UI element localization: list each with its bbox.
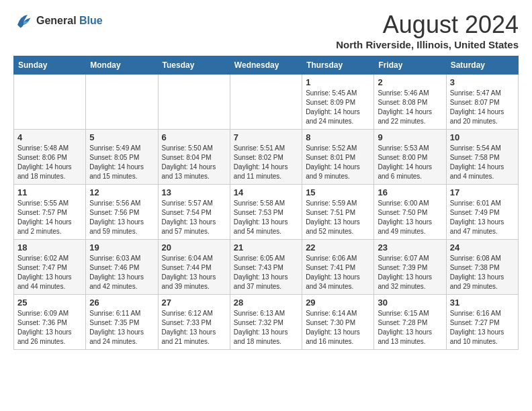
- header-sunday: Sunday: [14, 56, 86, 75]
- day-number: 14: [234, 187, 298, 197]
- calendar-week-3: 11Sunrise: 5:55 AM Sunset: 7:57 PM Dayli…: [14, 185, 519, 240]
- day-number: 12: [89, 187, 154, 197]
- calendar-cell: [86, 75, 158, 130]
- day-number: 9: [378, 132, 442, 142]
- day-info: Sunrise: 6:03 AM Sunset: 7:46 PM Dayligh…: [89, 254, 154, 291]
- day-info: Sunrise: 6:06 AM Sunset: 7:41 PM Dayligh…: [306, 254, 370, 291]
- day-info: Sunrise: 5:45 AM Sunset: 8:09 PM Dayligh…: [306, 89, 370, 126]
- calendar-cell: 22Sunrise: 6:06 AM Sunset: 7:41 PM Dayli…: [302, 240, 374, 295]
- calendar-cell: 18Sunrise: 6:02 AM Sunset: 7:47 PM Dayli…: [14, 240, 86, 295]
- calendar-cell: 3Sunrise: 5:47 AM Sunset: 8:07 PM Daylig…: [446, 75, 518, 130]
- calendar-cell: [158, 75, 230, 130]
- day-info: Sunrise: 6:09 AM Sunset: 7:36 PM Dayligh…: [17, 309, 82, 347]
- calendar-cell: 10Sunrise: 5:54 AM Sunset: 7:58 PM Dayli…: [446, 130, 518, 185]
- calendar-cell: 15Sunrise: 5:59 AM Sunset: 7:51 PM Dayli…: [302, 185, 374, 240]
- day-info: Sunrise: 5:50 AM Sunset: 8:04 PM Dayligh…: [162, 144, 226, 181]
- day-info: Sunrise: 6:14 AM Sunset: 7:30 PM Dayligh…: [306, 309, 370, 347]
- day-info: Sunrise: 6:15 AM Sunset: 7:28 PM Dayligh…: [378, 309, 442, 347]
- day-info: Sunrise: 6:00 AM Sunset: 7:50 PM Dayligh…: [378, 199, 442, 236]
- calendar-cell: 19Sunrise: 6:03 AM Sunset: 7:46 PM Dayli…: [86, 240, 158, 295]
- day-info: Sunrise: 6:13 AM Sunset: 7:32 PM Dayligh…: [234, 309, 298, 347]
- day-number: 19: [89, 242, 154, 253]
- calendar-cell: 7Sunrise: 5:51 AM Sunset: 8:02 PM Daylig…: [230, 130, 302, 185]
- day-info: Sunrise: 5:54 AM Sunset: 7:58 PM Dayligh…: [450, 144, 515, 181]
- day-info: Sunrise: 6:08 AM Sunset: 7:38 PM Dayligh…: [450, 254, 515, 291]
- day-number: 3: [450, 77, 515, 87]
- calendar-cell: 11Sunrise: 5:55 AM Sunset: 7:57 PM Dayli…: [14, 185, 86, 240]
- day-number: 24: [450, 242, 515, 253]
- day-info: Sunrise: 6:01 AM Sunset: 7:49 PM Dayligh…: [450, 199, 515, 236]
- calendar-cell: [14, 75, 86, 130]
- header-monday: Monday: [86, 56, 158, 75]
- day-number: 18: [17, 242, 82, 253]
- day-number: 1: [306, 77, 370, 87]
- day-number: 5: [89, 132, 154, 142]
- day-info: Sunrise: 5:49 AM Sunset: 8:05 PM Dayligh…: [89, 144, 154, 181]
- calendar-cell: 4Sunrise: 5:48 AM Sunset: 8:06 PM Daylig…: [14, 130, 86, 185]
- day-info: Sunrise: 6:02 AM Sunset: 7:47 PM Dayligh…: [17, 254, 82, 291]
- calendar-cell: 23Sunrise: 6:07 AM Sunset: 7:39 PM Dayli…: [374, 240, 446, 295]
- calendar-cell: 20Sunrise: 6:04 AM Sunset: 7:44 PM Dayli…: [158, 240, 230, 295]
- day-number: 23: [378, 242, 442, 253]
- day-number: 8: [306, 132, 370, 142]
- day-number: 29: [306, 298, 370, 308]
- calendar-cell: 30Sunrise: 6:15 AM Sunset: 7:28 PM Dayli…: [374, 295, 446, 350]
- calendar-week-2: 4Sunrise: 5:48 AM Sunset: 8:06 PM Daylig…: [14, 130, 519, 185]
- day-number: 28: [234, 298, 298, 308]
- calendar-week-1: 1Sunrise: 5:45 AM Sunset: 8:09 PM Daylig…: [14, 75, 519, 130]
- day-number: 30: [378, 298, 442, 308]
- day-info: Sunrise: 5:47 AM Sunset: 8:07 PM Dayligh…: [450, 89, 515, 126]
- day-info: Sunrise: 6:07 AM Sunset: 7:39 PM Dayligh…: [378, 254, 442, 291]
- calendar-cell: 16Sunrise: 6:00 AM Sunset: 7:50 PM Dayli…: [374, 185, 446, 240]
- header-thursday: Thursday: [302, 56, 374, 75]
- day-number: 4: [17, 132, 82, 142]
- day-number: 13: [162, 187, 226, 197]
- calendar-cell: 24Sunrise: 6:08 AM Sunset: 7:38 PM Dayli…: [446, 240, 518, 295]
- header-tuesday: Tuesday: [158, 56, 230, 75]
- day-info: Sunrise: 6:12 AM Sunset: 7:33 PM Dayligh…: [162, 309, 226, 347]
- calendar-cell: 6Sunrise: 5:50 AM Sunset: 8:04 PM Daylig…: [158, 130, 230, 185]
- calendar-cell: 27Sunrise: 6:12 AM Sunset: 7:33 PM Dayli…: [158, 295, 230, 350]
- month-title: August 2024: [336, 11, 519, 39]
- day-info: Sunrise: 5:53 AM Sunset: 8:00 PM Dayligh…: [378, 144, 442, 181]
- calendar-header-row: SundayMondayTuesdayWednesdayThursdayFrid…: [14, 56, 519, 75]
- day-info: Sunrise: 6:05 AM Sunset: 7:43 PM Dayligh…: [234, 254, 298, 291]
- calendar-cell: 28Sunrise: 6:13 AM Sunset: 7:32 PM Dayli…: [230, 295, 302, 350]
- day-info: Sunrise: 5:57 AM Sunset: 7:54 PM Dayligh…: [162, 199, 226, 236]
- day-number: 7: [234, 132, 298, 142]
- day-number: 25: [17, 298, 82, 308]
- title-section: August 2024 North Riverside, Illinois, U…: [336, 11, 519, 50]
- calendar-cell: 1Sunrise: 5:45 AM Sunset: 8:09 PM Daylig…: [302, 75, 374, 130]
- calendar-cell: 8Sunrise: 5:52 AM Sunset: 8:01 PM Daylig…: [302, 130, 374, 185]
- day-info: Sunrise: 6:04 AM Sunset: 7:44 PM Dayligh…: [162, 254, 226, 291]
- day-number: 6: [162, 132, 226, 142]
- day-info: Sunrise: 5:59 AM Sunset: 7:51 PM Dayligh…: [306, 199, 370, 236]
- day-number: 21: [234, 242, 298, 253]
- calendar-week-5: 25Sunrise: 6:09 AM Sunset: 7:36 PM Dayli…: [14, 295, 519, 350]
- calendar-cell: 2Sunrise: 5:46 AM Sunset: 8:08 PM Daylig…: [374, 75, 446, 130]
- day-number: 16: [378, 187, 442, 197]
- day-number: 17: [450, 187, 515, 197]
- header-saturday: Saturday: [446, 56, 518, 75]
- calendar-cell: 13Sunrise: 5:57 AM Sunset: 7:54 PM Dayli…: [158, 185, 230, 240]
- calendar-cell: 5Sunrise: 5:49 AM Sunset: 8:05 PM Daylig…: [86, 130, 158, 185]
- day-number: 27: [162, 298, 226, 308]
- day-number: 15: [306, 187, 370, 197]
- logo-icon: [13, 11, 34, 31]
- header-wednesday: Wednesday: [230, 56, 302, 75]
- calendar-cell: 12Sunrise: 5:56 AM Sunset: 7:56 PM Dayli…: [86, 185, 158, 240]
- day-info: Sunrise: 5:55 AM Sunset: 7:57 PM Dayligh…: [17, 199, 82, 236]
- day-number: 2: [378, 77, 442, 87]
- page-header: General Blue August 2024 North Riverside…: [13, 11, 519, 50]
- day-number: 10: [450, 132, 515, 142]
- calendar-cell: 25Sunrise: 6:09 AM Sunset: 7:36 PM Dayli…: [14, 295, 86, 350]
- calendar-cell: 17Sunrise: 6:01 AM Sunset: 7:49 PM Dayli…: [446, 185, 518, 240]
- calendar-cell: 29Sunrise: 6:14 AM Sunset: 7:30 PM Dayli…: [302, 295, 374, 350]
- calendar-cell: 14Sunrise: 5:58 AM Sunset: 7:53 PM Dayli…: [230, 185, 302, 240]
- calendar-cell: 21Sunrise: 6:05 AM Sunset: 7:43 PM Dayli…: [230, 240, 302, 295]
- calendar-week-4: 18Sunrise: 6:02 AM Sunset: 7:47 PM Dayli…: [14, 240, 519, 295]
- day-info: Sunrise: 6:16 AM Sunset: 7:27 PM Dayligh…: [450, 309, 515, 347]
- day-number: 31: [450, 298, 515, 308]
- calendar-cell: [230, 75, 302, 130]
- day-info: Sunrise: 5:46 AM Sunset: 8:08 PM Dayligh…: [378, 89, 442, 126]
